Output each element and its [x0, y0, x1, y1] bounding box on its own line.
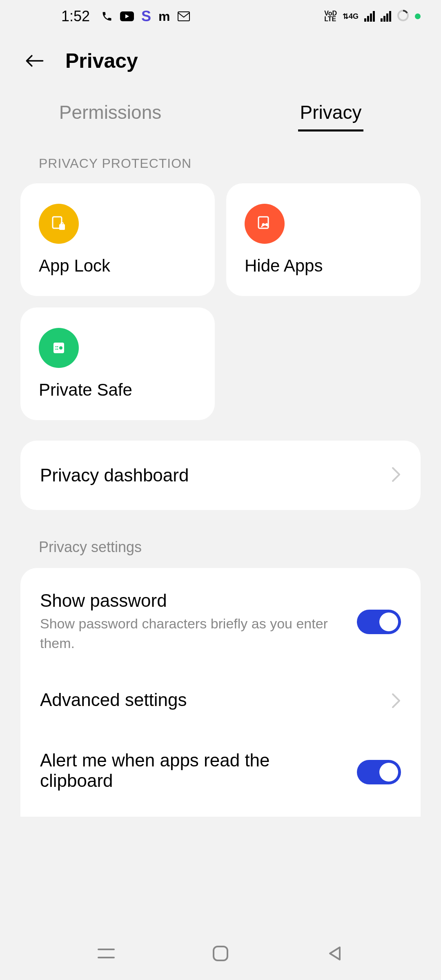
setting-advanced[interactable]: Advanced settings	[20, 671, 421, 732]
setting-clipboard-text: Alert me when apps read the clipboard	[40, 750, 345, 794]
chevron-right-icon	[391, 466, 401, 484]
signal-icon-1	[364, 11, 375, 22]
nav-home-button[interactable]	[210, 943, 231, 964]
private-safe-icon	[39, 328, 79, 368]
s-app-icon: S	[141, 8, 151, 25]
section-label-privacy-settings: Privacy settings	[0, 510, 441, 568]
svg-point-7	[263, 224, 264, 225]
svg-point-10	[59, 346, 62, 350]
signal-icon-2	[381, 11, 391, 22]
tab-privacy[interactable]: Privacy	[220, 89, 441, 131]
setting-clipboard-title: Alert me when apps read the clipboard	[40, 750, 345, 791]
privacy-settings-card: Show password Show password characters b…	[20, 568, 421, 817]
system-nav-bar	[0, 927, 441, 980]
svg-point-13	[56, 349, 57, 350]
card-app-lock-title: App Lock	[39, 256, 196, 276]
volte-indicator: VoDLTE	[324, 11, 337, 22]
toggle-show-password[interactable]	[357, 610, 401, 634]
app-lock-icon	[39, 204, 79, 244]
phone-icon	[101, 11, 113, 22]
privacy-protection-grid: App Lock Hide Apps Private Safe	[0, 183, 441, 420]
svg-point-8	[266, 224, 267, 225]
status-time: 1:52	[61, 8, 90, 25]
tab-permissions[interactable]: Permissions	[0, 89, 220, 131]
privacy-dashboard-row[interactable]: Privacy dashboard	[20, 441, 421, 510]
tabs: Permissions Privacy	[0, 81, 441, 131]
page-title: Privacy	[65, 49, 138, 73]
svg-point-11	[56, 346, 57, 347]
svg-point-12	[57, 346, 58, 347]
privacy-indicator-dot	[415, 13, 421, 19]
hide-apps-icon	[245, 204, 285, 244]
toggle-clipboard-alert[interactable]	[357, 760, 401, 784]
4g-indicator: ⇅4G	[343, 12, 359, 21]
setting-show-password-title: Show password	[40, 590, 345, 611]
card-hide-apps[interactable]: Hide Apps	[226, 183, 421, 296]
setting-show-password[interactable]: Show password Show password characters b…	[20, 572, 421, 671]
svg-rect-17	[214, 947, 227, 960]
section-label-privacy-protection: PRIVACY PROTECTION	[0, 131, 441, 183]
nav-recent-button[interactable]	[96, 943, 116, 964]
gmail-icon	[178, 11, 190, 21]
m-app-icon: m	[158, 9, 170, 24]
status-right: VoDLTE ⇅4G	[324, 9, 421, 23]
setting-advanced-title: Advanced settings	[40, 690, 379, 710]
youtube-icon	[120, 11, 134, 21]
setting-show-password-desc: Show password characters briefly as you …	[40, 614, 345, 653]
svg-rect-6	[258, 217, 268, 228]
loading-icon	[397, 9, 409, 23]
svg-point-14	[57, 349, 58, 350]
setting-advanced-text: Advanced settings	[40, 690, 379, 713]
chevron-right-icon	[391, 693, 401, 710]
header: Privacy	[0, 33, 441, 81]
svg-rect-1	[178, 12, 189, 21]
status-left: 1:52 S m	[61, 8, 190, 25]
card-app-lock[interactable]: App Lock	[20, 183, 215, 296]
back-button[interactable]	[24, 51, 45, 71]
setting-clipboard-alert[interactable]: Alert me when apps read the clipboard	[20, 732, 421, 813]
card-private-safe-title: Private Safe	[39, 380, 196, 400]
nav-back-button[interactable]	[325, 943, 345, 964]
status-bar: 1:52 S m VoDLTE ⇅4G	[0, 0, 441, 33]
card-hide-apps-title: Hide Apps	[245, 256, 402, 276]
setting-show-password-text: Show password Show password characters b…	[40, 590, 345, 653]
card-private-safe[interactable]: Private Safe	[20, 307, 215, 420]
privacy-dashboard-title: Privacy dashboard	[40, 465, 189, 486]
svg-rect-9	[53, 343, 64, 353]
